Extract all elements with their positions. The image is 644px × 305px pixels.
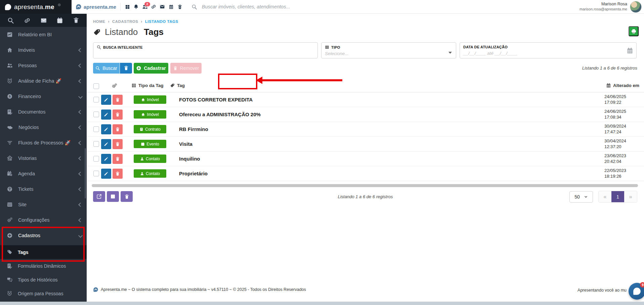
- gears-icon: [7, 217, 13, 223]
- export-button[interactable]: [93, 191, 105, 202]
- bell-icon[interactable]: [133, 4, 139, 10]
- sidebar-item-agenda[interactable]: Agenda: [0, 166, 87, 181]
- chevron-down-icon: [78, 233, 83, 238]
- breadcrumb-current: LISTANDO TAGS: [145, 19, 178, 24]
- header-app-logo[interactable]: apresenta.me: [76, 4, 116, 10]
- edit-button[interactable]: [101, 95, 111, 105]
- delete-button[interactable]: [113, 110, 123, 120]
- delete-button[interactable]: [113, 154, 123, 164]
- first-page-button[interactable]: «: [599, 191, 611, 202]
- edit-button[interactable]: [101, 154, 111, 164]
- sidebar-item-tipos-historicos[interactable]: Tipos de Históricos: [0, 273, 87, 287]
- calendar-icon[interactable]: [168, 4, 174, 10]
- sidebar-item-relatorio-bi[interactable]: Relatório em BI: [0, 27, 87, 42]
- updated-at: 22/05/202318:19:26: [604, 168, 644, 179]
- apresenta-logo-icon: [4, 3, 12, 11]
- mail-icon[interactable]: [160, 4, 165, 10]
- edit-button[interactable]: [101, 169, 111, 179]
- chart-line-icon: [7, 32, 13, 38]
- global-search-input[interactable]: [201, 4, 344, 10]
- type-select[interactable]: TIPO Selecione...: [321, 42, 456, 58]
- row-checkbox[interactable]: [93, 112, 99, 117]
- page-size-select[interactable]: 50: [569, 191, 593, 203]
- calendar-clock-icon: [7, 171, 13, 177]
- select-all-checkbox[interactable]: [93, 83, 99, 89]
- sidebar-item-vistorias[interactable]: Vistorias: [0, 150, 87, 166]
- table-settings-cell[interactable]: [112, 83, 117, 89]
- remove-button[interactable]: Remover: [170, 63, 202, 74]
- update-date-field[interactable]: DATA DE ATUALIZAÇÃO __/__/____ até __/__…: [460, 42, 637, 58]
- print-button[interactable]: [629, 26, 639, 36]
- column-header-tipo[interactable]: Tipo da Tag: [131, 83, 164, 88]
- sidebar-item-site[interactable]: Site: [0, 197, 87, 212]
- current-page-button[interactable]: 1: [611, 191, 624, 202]
- trash-icon: [115, 97, 120, 102]
- edit-button[interactable]: [101, 124, 111, 134]
- sidebar-item-origem-pessoas[interactable]: Origem para Pessoas: [0, 287, 87, 300]
- users-icon[interactable]: 2: [142, 4, 148, 10]
- trash-icon[interactable]: [73, 17, 79, 24]
- row-checkbox[interactable]: [93, 126, 99, 132]
- breadcrumb-cadastros[interactable]: CADASTROS: [112, 19, 138, 24]
- sidebar-item-pessoas[interactable]: Pessoas: [0, 58, 87, 73]
- clear-search-button[interactable]: [120, 63, 132, 74]
- avatar[interactable]: [630, 1, 642, 13]
- row-checkbox[interactable]: [93, 141, 99, 147]
- tag-name: Proprietário: [179, 171, 208, 176]
- row-checkbox[interactable]: [93, 97, 99, 102]
- chevron-left-icon: [78, 48, 83, 52]
- records-summary: Listando 1 a 6 de 6 registros: [582, 66, 637, 71]
- sidebar-item-negocios[interactable]: Negócios: [0, 120, 87, 135]
- calendar-icon[interactable]: [56, 17, 63, 24]
- trash-icon[interactable]: [177, 4, 183, 10]
- brand-logo[interactable]: apresenta.me: [4, 3, 61, 11]
- sidebar-scrollbar[interactable]: [85, 148, 86, 199]
- sidebar-item-tickets[interactable]: Tickets: [0, 181, 87, 197]
- filter-lines-icon: [7, 140, 13, 146]
- page-title: Listando Tags: [93, 27, 644, 37]
- sidebar-item-fluxos-processos[interactable]: Fluxos de Processos 🚀: [0, 135, 87, 150]
- last-page-button[interactable]: »: [624, 191, 637, 202]
- column-header-tag[interactable]: Tag: [170, 83, 185, 88]
- mail-icon[interactable]: [40, 17, 47, 24]
- trash-icon: [115, 142, 120, 146]
- row-checkbox[interactable]: [93, 171, 99, 176]
- sidebar-item-formularios-dinamicos[interactable]: Formulários Dinâmicos: [0, 259, 87, 273]
- delete-button[interactable]: [113, 124, 123, 134]
- bulk-delete-button[interactable]: [121, 191, 133, 202]
- smart-search-field[interactable]: BUSCA INTELIGENTE: [93, 42, 318, 58]
- sidebar-item-cadastros[interactable]: Cadastros: [0, 228, 87, 243]
- sidebar-item-financeiro[interactable]: Financeiro: [0, 89, 87, 104]
- columns-button[interactable]: [107, 191, 119, 202]
- edit-button[interactable]: [101, 110, 111, 120]
- breadcrumb-home[interactable]: HOME: [93, 19, 105, 24]
- pencil-icon: [104, 157, 109, 161]
- sidebar-item-tags[interactable]: Tags: [0, 245, 87, 259]
- search-button[interactable]: Buscar: [93, 63, 120, 74]
- user-menu[interactable]: Marison Rosa marison.rosa@apresenta.me: [579, 1, 642, 13]
- sidebar-item-documentos[interactable]: Documentos: [0, 104, 87, 120]
- sidebar-item-imoveis[interactable]: Imóveis: [0, 42, 87, 58]
- horizontal-scrollbar[interactable]: [92, 184, 638, 187]
- alarm-icon: [7, 78, 13, 84]
- delete-button[interactable]: [113, 169, 123, 179]
- footer-tagline: Apresentando você ao mu: [577, 288, 627, 293]
- search-icon[interactable]: [7, 17, 14, 24]
- delete-button[interactable]: [113, 139, 123, 149]
- sidebar-item-analise-ficha[interactable]: Análise de Ficha 🚀: [0, 73, 87, 89]
- chevron-down-icon: [584, 195, 588, 199]
- link-icon[interactable]: [24, 17, 31, 24]
- link-icon[interactable]: [151, 4, 157, 10]
- row-checkbox[interactable]: [93, 156, 99, 162]
- register-button[interactable]: Cadastrar: [134, 63, 168, 74]
- sidebar-item-configuracoes[interactable]: Configurações: [0, 212, 87, 228]
- delete-button[interactable]: [113, 95, 123, 105]
- apps-grid-icon[interactable]: [125, 4, 130, 10]
- column-header-alterado[interactable]: Alterado em: [606, 83, 639, 88]
- edit-button[interactable]: [101, 139, 111, 149]
- browser-icon: [7, 202, 13, 208]
- house-search-icon: [7, 155, 13, 161]
- tag-name: Visita: [179, 141, 192, 147]
- chevron-down-icon: [78, 94, 83, 99]
- pagination: 50 « 1 »: [569, 191, 637, 203]
